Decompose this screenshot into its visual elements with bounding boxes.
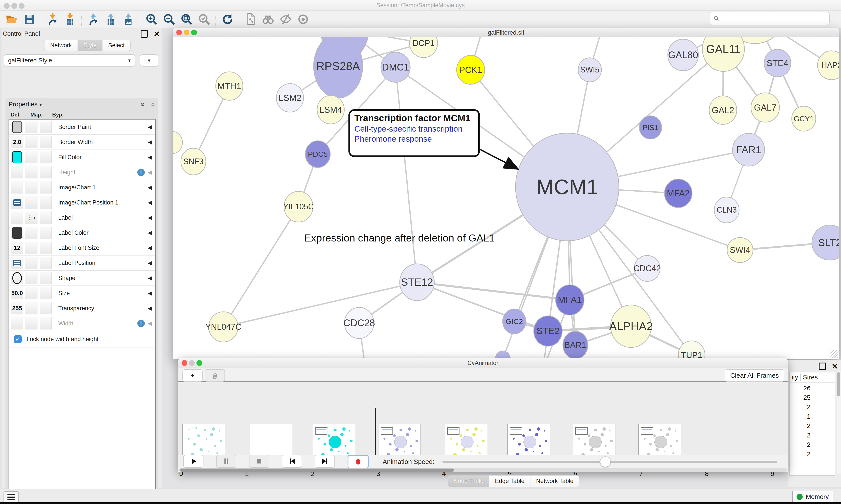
annotation-link[interactable]: Pheromone response (354, 134, 474, 144)
open-session-icon[interactable] (5, 12, 19, 26)
tab-edge-table[interactable]: Edge Table (489, 475, 531, 487)
tab-node-table[interactable]: Node Table (448, 475, 489, 487)
chevron-down-icon[interactable]: ▾ (39, 102, 42, 108)
edge[interactable] (223, 282, 417, 327)
expand-row-icon[interactable]: ◀ (148, 320, 152, 326)
float-panel-icon[interactable] (141, 30, 148, 38)
table-vertical-scrollbar[interactable] (837, 371, 841, 474)
refresh-layout-icon[interactable] (220, 12, 235, 26)
delete-frame-button[interactable] (205, 370, 225, 382)
property-row-label-color[interactable]: Label Color◀ (9, 225, 155, 240)
table-cell[interactable]: 26 (789, 384, 810, 392)
expand-row-icon[interactable]: ◀ (148, 275, 152, 281)
table-cell[interactable]: 2 (789, 441, 810, 448)
property-row-label-font-size[interactable]: 12Label Font Size◀ (9, 240, 155, 255)
mapping-icon[interactable]: ⋮› (27, 214, 36, 221)
keyframe-thumbnail-2[interactable] (250, 424, 292, 458)
close-panel-icon[interactable]: ✕ (154, 31, 160, 37)
info-icon[interactable] (137, 320, 145, 327)
info-icon[interactable] (137, 168, 145, 176)
property-row-shape[interactable]: Shape◀ (9, 271, 155, 286)
expand-row-icon[interactable]: ◀ (148, 184, 152, 191)
close-panel-icon[interactable]: ✕ (832, 363, 838, 369)
export-network-icon[interactable] (86, 12, 101, 26)
property-row-label[interactable]: ⋮›Label◀ (9, 210, 155, 225)
expand-row-icon[interactable]: ◀ (148, 169, 152, 175)
zoom-selected-icon[interactable] (197, 12, 211, 26)
network-window-titlebar[interactable]: galFiltered.sif (173, 28, 839, 37)
property-row-width[interactable]: Width◀ (9, 316, 155, 331)
table-cell[interactable]: 1 (789, 413, 810, 420)
edge[interactable] (223, 207, 299, 327)
keyframe-thumbnail-7[interactable] (573, 424, 615, 458)
expand-row-icon[interactable]: ◀ (148, 139, 152, 145)
property-row-height[interactable]: Height◀ (9, 165, 155, 180)
node-botcut[interactable] (496, 351, 510, 359)
skip-end-button[interactable] (315, 455, 335, 468)
style-options-button[interactable]: ▾ (140, 54, 158, 67)
annotation-box[interactable]: Transcription factor MCM1 Cell-type-spec… (348, 109, 480, 157)
expand-row-icon[interactable]: ◀ (148, 199, 152, 205)
zoom-in-icon[interactable] (144, 12, 159, 26)
zoom-out-icon[interactable] (162, 12, 176, 26)
keyframe-thumbnail-6[interactable] (507, 424, 550, 458)
tab-network-table[interactable]: Network Table (531, 475, 579, 487)
property-row-label-position[interactable]: Label Position◀ (9, 255, 155, 271)
expand-row-icon[interactable]: ◀ (148, 215, 152, 221)
keyframe-thumbnail-8[interactable] (639, 424, 681, 458)
edge[interactable] (395, 67, 417, 282)
network-document-icon[interactable] (243, 12, 258, 26)
import-table-icon[interactable] (63, 12, 77, 26)
keyframe-thumbnail-4[interactable] (378, 424, 421, 458)
property-row-image-chart-1[interactable]: Image/Chart 1◀ (9, 180, 155, 195)
play-button[interactable] (183, 455, 203, 468)
expand-row-icon[interactable]: ◀ (148, 154, 152, 160)
table-cell[interactable]: 2 (789, 422, 810, 430)
table-cell[interactable]: 2 (789, 450, 810, 458)
memory-button[interactable]: Memory (792, 491, 833, 503)
pause-button[interactable] (216, 455, 236, 468)
hide-graphics-icon[interactable] (279, 12, 293, 26)
property-row-border-paint[interactable]: Border Paint◀ (9, 120, 155, 134)
property-row-size[interactable]: 50.0Size◀ (9, 286, 155, 301)
import-network-icon[interactable] (45, 12, 60, 26)
timeline-horizontal-scrollbar[interactable] (179, 468, 787, 472)
cyanimator-titlebar[interactable]: CyAnimator (178, 358, 788, 368)
network-graph[interactable]: DCP1RPS28ADMC1PCK1SWI5GAL80GAL11STE4HAP2… (173, 37, 839, 359)
node-leftcut[interactable] (173, 131, 182, 154)
tab-select[interactable]: Select (103, 40, 130, 51)
table-cell[interactable]: 25 (789, 394, 810, 401)
style-selector[interactable]: galFiltered Style ▾ (4, 54, 135, 67)
resize-grip[interactable] (830, 350, 838, 358)
property-row-fill-color[interactable]: Fill Color◀ (9, 150, 155, 165)
default-value-swatch[interactable] (12, 121, 22, 133)
keyframe-thumbnail-1[interactable] (182, 424, 225, 458)
timeline[interactable]: 0123456789 Seconds (178, 383, 788, 455)
table-cell[interactable]: 2 (789, 403, 810, 411)
slider-knob[interactable] (600, 456, 611, 467)
network-canvas[interactable]: DCP1RPS28ADMC1PCK1SWI5GAL80GAL11STE4HAP2… (173, 37, 839, 359)
expand-row-icon[interactable]: ◀ (148, 230, 152, 236)
property-row-image-chart-position-1[interactable]: Image/Chart Position 1◀ (9, 195, 155, 210)
export-image-icon[interactable] (121, 12, 136, 26)
table-cell[interactable]: 2 (789, 432, 810, 439)
stop-button[interactable] (249, 455, 269, 468)
expand-all-icon[interactable]: » (139, 103, 148, 107)
search-input[interactable] (722, 15, 826, 22)
expand-row-icon[interactable]: ◀ (148, 290, 152, 296)
skip-start-button[interactable] (282, 455, 302, 468)
save-session-icon[interactable] (22, 12, 37, 26)
keyframe-thumbnail-5[interactable] (445, 424, 487, 458)
zoom-fit-icon[interactable] (179, 12, 194, 26)
collapse-all-icon[interactable]: » (148, 103, 157, 107)
node-table-fragment[interactable]: ity Stres 2625212222 (789, 372, 835, 475)
binoculars-icon[interactable] (261, 12, 275, 26)
clear-all-frames-button[interactable]: Clear All Frames (725, 370, 784, 382)
show-graphics-icon[interactable] (296, 12, 310, 26)
expand-row-icon[interactable]: ◀ (148, 260, 152, 266)
annotation-link[interactable]: Cell-type-specific transcription (354, 124, 474, 133)
property-row-transparency[interactable]: 255Transparency◀ (9, 301, 155, 316)
default-value-swatch[interactable] (12, 227, 22, 239)
add-frame-button[interactable]: + (182, 370, 202, 382)
float-panel-icon[interactable] (819, 363, 826, 370)
